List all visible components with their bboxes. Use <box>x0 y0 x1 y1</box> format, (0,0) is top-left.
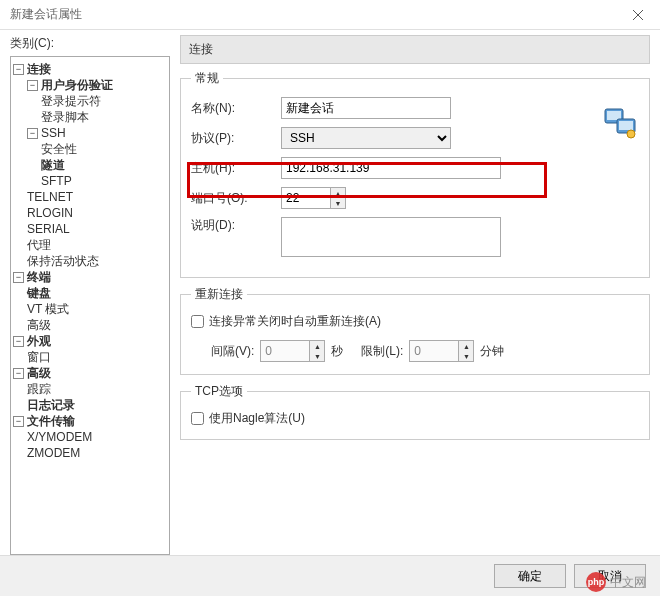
tcp-fieldset: TCP选项 使用Nagle算法(U) <box>180 383 650 440</box>
general-fieldset: 常规 名称(N): 协议(P): SSH <box>180 70 650 278</box>
tcp-legend: TCP选项 <box>191 383 247 400</box>
tree-item-sftp[interactable]: SFTP <box>13 173 167 189</box>
tree-toggle-icon[interactable]: − <box>13 64 24 75</box>
button-bar: 确定 取消 <box>0 555 660 596</box>
tree-item-rlogin[interactable]: RLOGIN <box>13 205 167 221</box>
tree-item-tunnel[interactable]: 隧道 <box>13 157 167 173</box>
auto-reconnect-checkbox[interactable] <box>191 315 204 328</box>
window-title: 新建会话属性 <box>10 6 615 23</box>
category-tree[interactable]: −连接 −用户身份验证 登录提示符 登录脚本 −SSH 安全性 隧道 SFTP … <box>10 56 170 555</box>
tree-item-trace[interactable]: 跟踪 <box>13 381 167 397</box>
interval-unit: 秒 <box>331 343 343 360</box>
tree-item-serial[interactable]: SERIAL <box>13 221 167 237</box>
host-label: 主机(H): <box>191 160 281 177</box>
interval-spin-up: ▲ <box>310 341 324 351</box>
tree-item-connection[interactable]: −连接 <box>13 61 167 77</box>
tree-toggle-icon[interactable]: − <box>27 80 38 91</box>
tree-item-security[interactable]: 安全性 <box>13 141 167 157</box>
interval-spin-down: ▼ <box>310 351 324 361</box>
tree-item-file-transfer[interactable]: −文件传输 <box>13 413 167 429</box>
desc-label: 说明(D): <box>191 217 281 234</box>
reconnect-legend: 重新连接 <box>191 286 247 303</box>
tree-item-advanced2[interactable]: −高级 <box>13 365 167 381</box>
port-spin-down[interactable]: ▼ <box>331 198 345 208</box>
tree-item-login-prompt[interactable]: 登录提示符 <box>13 93 167 109</box>
auto-reconnect-label: 连接异常关闭时自动重新连接(A) <box>209 313 381 330</box>
limit-input <box>409 340 459 362</box>
tree-item-terminal[interactable]: −终端 <box>13 269 167 285</box>
tree-item-keyboard[interactable]: 键盘 <box>13 285 167 301</box>
nagle-checkbox[interactable] <box>191 412 204 425</box>
tree-toggle-icon[interactable]: − <box>13 272 24 283</box>
tree-item-proxy[interactable]: 代理 <box>13 237 167 253</box>
svg-rect-5 <box>619 121 633 130</box>
protocol-select[interactable]: SSH <box>281 127 451 149</box>
reconnect-fieldset: 重新连接 连接异常关闭时自动重新连接(A) 间隔(V): ▲ ▼ 秒 限制(L)… <box>180 286 650 375</box>
limit-spin-up: ▲ <box>459 341 473 351</box>
port-label: 端口号(O): <box>191 190 281 207</box>
limit-spin-down: ▼ <box>459 351 473 361</box>
close-icon <box>633 10 643 20</box>
svg-point-6 <box>627 130 635 138</box>
tree-item-user-auth[interactable]: −用户身份验证 <box>13 77 167 93</box>
interval-input <box>260 340 310 362</box>
computers-icon <box>603 107 637 139</box>
description-input[interactable] <box>281 217 501 257</box>
name-input[interactable] <box>281 97 451 119</box>
tree-item-xymodem[interactable]: X/YMODEM <box>13 429 167 445</box>
name-label: 名称(N): <box>191 100 281 117</box>
tree-item-telnet[interactable]: TELNET <box>13 189 167 205</box>
content: 类别(C): −连接 −用户身份验证 登录提示符 登录脚本 −SSH 安全性 隧… <box>0 30 660 555</box>
tree-item-appearance[interactable]: −外观 <box>13 333 167 349</box>
close-button[interactable] <box>615 0 660 30</box>
panel-header: 连接 <box>180 35 650 64</box>
port-input[interactable] <box>281 187 331 209</box>
tree-item-login-script[interactable]: 登录脚本 <box>13 109 167 125</box>
tree-item-keepalive[interactable]: 保持活动状态 <box>13 253 167 269</box>
tree-toggle-icon[interactable]: − <box>27 128 38 139</box>
tree-toggle-icon[interactable]: − <box>13 368 24 379</box>
interval-label: 间隔(V): <box>211 343 254 360</box>
cancel-button[interactable]: 取消 <box>574 564 646 588</box>
left-panel: 类别(C): −连接 −用户身份验证 登录提示符 登录脚本 −SSH 安全性 隧… <box>10 35 170 555</box>
nagle-label: 使用Nagle算法(U) <box>209 410 305 427</box>
limit-unit: 分钟 <box>480 343 504 360</box>
tree-item-window[interactable]: 窗口 <box>13 349 167 365</box>
category-label: 类别(C): <box>10 35 170 52</box>
tree-toggle-icon[interactable]: − <box>13 416 24 427</box>
tree-item-log-record[interactable]: 日志记录 <box>13 397 167 413</box>
host-input[interactable] <box>281 157 501 179</box>
titlebar: 新建会话属性 <box>0 0 660 30</box>
tree-toggle-icon[interactable]: − <box>13 336 24 347</box>
right-panel: 连接 常规 名称(N): 协议(P): SSH <box>170 35 650 555</box>
tree-item-advanced1[interactable]: 高级 <box>13 317 167 333</box>
port-spin-up[interactable]: ▲ <box>331 188 345 198</box>
tree-item-vtmode[interactable]: VT 模式 <box>13 301 167 317</box>
tree-item-zmodem[interactable]: ZMODEM <box>13 445 167 461</box>
tree-item-ssh[interactable]: −SSH <box>13 125 167 141</box>
general-legend: 常规 <box>191 70 223 87</box>
protocol-label: 协议(P): <box>191 130 281 147</box>
limit-label: 限制(L): <box>361 343 403 360</box>
ok-button[interactable]: 确定 <box>494 564 566 588</box>
